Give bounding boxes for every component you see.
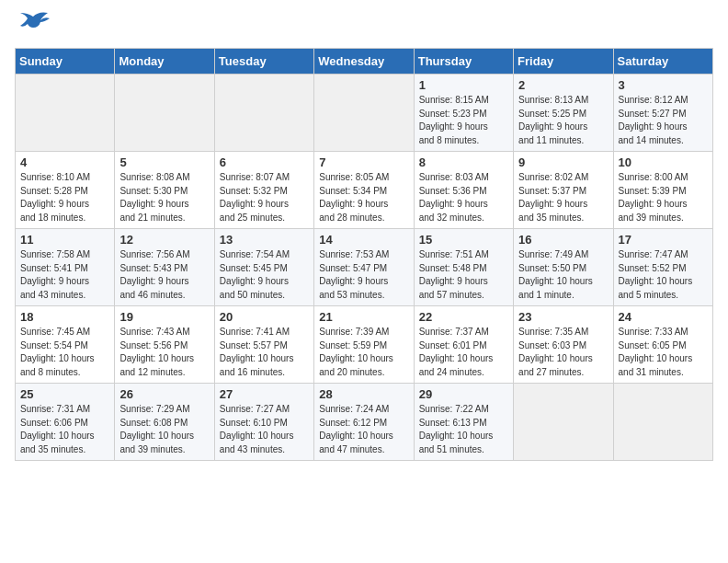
day-detail: Sunrise: 7:39 AM Sunset: 5:59 PM Dayligh… [319,326,408,379]
calendar-cell: 22Sunrise: 7:37 AM Sunset: 6:01 PM Dayli… [414,306,513,384]
logo-bird-icon [17,7,50,40]
day-number: 24 [619,310,708,324]
day-number: 29 [419,387,508,401]
calendar-cell: 3Sunrise: 8:12 AM Sunset: 5:27 PM Daylig… [613,75,712,152]
logo [15,15,50,40]
day-number: 23 [518,310,608,324]
calendar-cell: 6Sunrise: 8:07 AM Sunset: 5:32 PM Daylig… [214,152,313,229]
day-number: 22 [419,310,508,324]
day-detail: Sunrise: 7:51 AM Sunset: 5:48 PM Dayligh… [419,248,508,302]
calendar-cell: 18Sunrise: 7:45 AM Sunset: 5:54 PM Dayli… [16,306,115,384]
day-detail: Sunrise: 8:15 AM Sunset: 5:23 PM Dayligh… [419,94,508,147]
calendar-cell: 23Sunrise: 7:35 AM Sunset: 6:03 PM Dayli… [514,306,613,384]
day-number: 17 [619,233,708,247]
day-detail: Sunrise: 7:49 AM Sunset: 5:50 PM Dayligh… [518,248,608,302]
day-detail: Sunrise: 7:53 AM Sunset: 5:47 PM Dayligh… [319,248,408,302]
day-number: 18 [20,310,109,324]
day-detail: Sunrise: 8:08 AM Sunset: 5:30 PM Dayligh… [119,171,209,224]
calendar-cell: 10Sunrise: 8:00 AM Sunset: 5:39 PM Dayli… [613,152,712,229]
day-detail: Sunrise: 7:45 AM Sunset: 5:54 PM Dayligh… [20,326,109,379]
day-number: 3 [619,78,708,92]
day-detail: Sunrise: 7:47 AM Sunset: 5:52 PM Dayligh… [619,248,708,302]
day-detail: Sunrise: 7:27 AM Sunset: 6:10 PM Dayligh… [220,403,309,456]
day-number: 14 [319,233,408,247]
col-header-monday: Monday [115,49,214,75]
calendar-cell [214,75,313,152]
day-number: 11 [20,233,109,247]
calendar-cell [514,384,613,461]
day-number: 10 [619,155,708,169]
page-header [15,15,713,40]
calendar-cell: 2Sunrise: 8:13 AM Sunset: 5:25 PM Daylig… [514,75,613,152]
calendar-week-row: 11Sunrise: 7:58 AM Sunset: 5:41 PM Dayli… [16,229,713,306]
day-detail: Sunrise: 7:22 AM Sunset: 6:13 PM Dayligh… [419,403,508,456]
calendar-week-row: 1Sunrise: 8:15 AM Sunset: 5:23 PM Daylig… [16,75,713,152]
day-number: 21 [319,310,408,324]
day-number: 4 [20,155,109,169]
col-header-tuesday: Tuesday [214,49,313,75]
calendar-cell: 1Sunrise: 8:15 AM Sunset: 5:23 PM Daylig… [414,75,513,152]
day-number: 1 [419,78,508,92]
day-number: 8 [419,155,508,169]
day-detail: Sunrise: 8:00 AM Sunset: 5:39 PM Dayligh… [619,171,708,224]
calendar-cell: 21Sunrise: 7:39 AM Sunset: 5:59 PM Dayli… [314,306,414,384]
day-detail: Sunrise: 7:33 AM Sunset: 6:05 PM Dayligh… [619,326,708,379]
day-detail: Sunrise: 8:10 AM Sunset: 5:28 PM Dayligh… [20,171,109,224]
day-number: 6 [220,155,309,169]
day-number: 26 [119,387,209,401]
day-number: 27 [220,387,309,401]
day-number: 12 [119,233,209,247]
calendar-cell: 5Sunrise: 8:08 AM Sunset: 5:30 PM Daylig… [115,152,214,229]
calendar-cell: 28Sunrise: 7:24 AM Sunset: 6:12 PM Dayli… [314,384,414,461]
calendar-cell: 13Sunrise: 7:54 AM Sunset: 5:45 PM Dayli… [214,229,313,306]
col-header-saturday: Saturday [613,49,712,75]
col-header-wednesday: Wednesday [314,49,414,75]
day-detail: Sunrise: 7:56 AM Sunset: 5:43 PM Dayligh… [119,248,209,302]
day-detail: Sunrise: 7:24 AM Sunset: 6:12 PM Dayligh… [319,403,408,456]
calendar-header-row: SundayMondayTuesdayWednesdayThursdayFrid… [16,49,713,75]
day-number: 5 [119,155,209,169]
day-detail: Sunrise: 8:13 AM Sunset: 5:25 PM Dayligh… [518,94,608,147]
calendar-cell: 12Sunrise: 7:56 AM Sunset: 5:43 PM Dayli… [115,229,214,306]
day-detail: Sunrise: 8:12 AM Sunset: 5:27 PM Dayligh… [619,94,708,147]
calendar-cell: 17Sunrise: 7:47 AM Sunset: 5:52 PM Dayli… [613,229,712,306]
calendar-cell: 19Sunrise: 7:43 AM Sunset: 5:56 PM Dayli… [115,306,214,384]
day-number: 28 [319,387,408,401]
day-number: 7 [319,155,408,169]
day-number: 20 [220,310,309,324]
calendar-cell: 20Sunrise: 7:41 AM Sunset: 5:57 PM Dayli… [214,306,313,384]
calendar-cell: 16Sunrise: 7:49 AM Sunset: 5:50 PM Dayli… [514,229,613,306]
calendar-cell: 25Sunrise: 7:31 AM Sunset: 6:06 PM Dayli… [16,384,115,461]
day-detail: Sunrise: 7:54 AM Sunset: 5:45 PM Dayligh… [220,248,309,302]
calendar-cell [16,75,115,152]
day-number: 16 [518,233,608,247]
calendar-cell [115,75,214,152]
day-detail: Sunrise: 8:03 AM Sunset: 5:36 PM Dayligh… [419,171,508,224]
day-number: 15 [419,233,508,247]
day-number: 2 [518,78,608,92]
col-header-friday: Friday [514,49,613,75]
calendar-cell: 29Sunrise: 7:22 AM Sunset: 6:13 PM Dayli… [414,384,513,461]
calendar-cell [613,384,712,461]
day-detail: Sunrise: 8:05 AM Sunset: 5:34 PM Dayligh… [319,171,408,224]
day-number: 25 [20,387,109,401]
day-number: 13 [220,233,309,247]
calendar-cell: 8Sunrise: 8:03 AM Sunset: 5:36 PM Daylig… [414,152,513,229]
day-number: 19 [119,310,209,324]
calendar-week-row: 18Sunrise: 7:45 AM Sunset: 5:54 PM Dayli… [16,306,713,384]
calendar-cell: 15Sunrise: 7:51 AM Sunset: 5:48 PM Dayli… [414,229,513,306]
calendar-week-row: 25Sunrise: 7:31 AM Sunset: 6:06 PM Dayli… [16,384,713,461]
day-detail: Sunrise: 7:43 AM Sunset: 5:56 PM Dayligh… [119,326,209,379]
calendar-week-row: 4Sunrise: 8:10 AM Sunset: 5:28 PM Daylig… [16,152,713,229]
day-detail: Sunrise: 7:29 AM Sunset: 6:08 PM Dayligh… [119,403,209,456]
calendar-cell: 7Sunrise: 8:05 AM Sunset: 5:34 PM Daylig… [314,152,414,229]
calendar-cell: 27Sunrise: 7:27 AM Sunset: 6:10 PM Dayli… [214,384,313,461]
calendar-cell: 4Sunrise: 8:10 AM Sunset: 5:28 PM Daylig… [16,152,115,229]
col-header-sunday: Sunday [16,49,115,75]
calendar-cell: 26Sunrise: 7:29 AM Sunset: 6:08 PM Dayli… [115,384,214,461]
day-detail: Sunrise: 7:35 AM Sunset: 6:03 PM Dayligh… [518,326,608,379]
calendar-cell: 14Sunrise: 7:53 AM Sunset: 5:47 PM Dayli… [314,229,414,306]
calendar-cell: 24Sunrise: 7:33 AM Sunset: 6:05 PM Dayli… [613,306,712,384]
day-detail: Sunrise: 8:07 AM Sunset: 5:32 PM Dayligh… [220,171,309,224]
day-detail: Sunrise: 7:41 AM Sunset: 5:57 PM Dayligh… [220,326,309,379]
